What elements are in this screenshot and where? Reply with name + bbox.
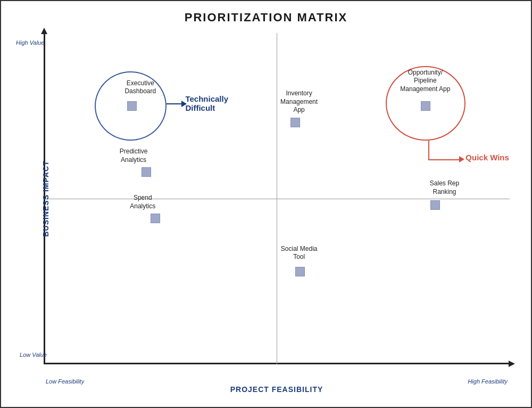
quick-wins-arrow (459, 156, 464, 162)
data-point-predictive-analytics (142, 167, 151, 177)
y-low-label: Low Value (20, 352, 47, 358)
y-axis-arrow (41, 28, 47, 34)
x-axis-arrow (509, 361, 515, 367)
data-point-executive-dashboard (127, 101, 137, 111)
x-low-label: Low Feasibility (46, 378, 84, 385)
data-point-sales-rep-ranking (430, 200, 440, 210)
y-axis-label: BUSINESS IMPACT (41, 160, 50, 236)
x-axis-label: PROJECT FEASIBILITY (230, 385, 323, 394)
data-point-spend-analytics (151, 214, 160, 223)
y-high-label: High Value (16, 39, 44, 46)
label-executive-dashboard: ExecutiveDashboard (124, 79, 156, 96)
x-high-label: High Feasibility (468, 378, 508, 385)
data-point-social-media-tool (295, 267, 305, 276)
label-spend-analytics: SpendAnalytics (130, 194, 155, 210)
chart-title: PRIORITIZATION MATRIX (1, 1, 531, 25)
quick-wins-connector-h (428, 159, 460, 160)
chart-area: BUSINESS IMPACT PROJECT FEASIBILITY High… (44, 33, 510, 364)
technically-difficult-arrow (167, 101, 187, 107)
label-predictive-analytics: PredictiveAnalytics (120, 148, 148, 164)
technically-difficult-label: TechnicallyDifficult (185, 94, 228, 112)
horizontal-divider (44, 199, 510, 199)
arrow-line-td (167, 103, 181, 104)
arrow-head-qw (459, 156, 464, 162)
quick-wins-label: Quick Wins (466, 153, 509, 162)
label-opportunity-pipeline: Opportunity/PipelineManagement App (400, 69, 450, 94)
data-point-opportunity-pipeline (421, 101, 430, 111)
label-inventory-management: InventoryManagementApp (280, 89, 318, 115)
quick-wins-connector (428, 141, 429, 159)
label-sales-rep-ranking: Sales RepRanking (430, 179, 459, 196)
label-social-media-tool: Social MediaTool (281, 245, 318, 262)
data-point-inventory-management (290, 118, 300, 127)
chart-container: PRIORITIZATION MATRIX BUSINESS IMPACT PR… (0, 0, 532, 408)
